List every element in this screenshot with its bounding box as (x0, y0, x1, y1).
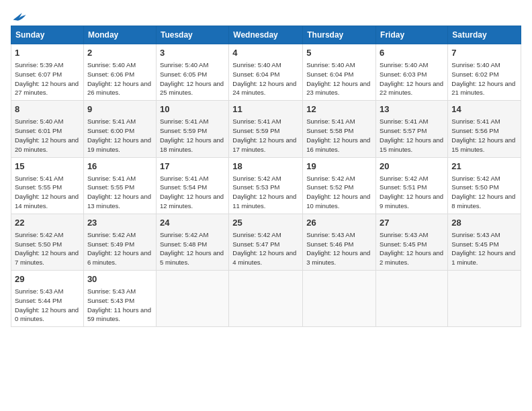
day-info: Sunrise: 5:42 AMSunset: 5:51 PMDaylight:… (380, 174, 444, 211)
calendar-cell (448, 271, 521, 327)
calendar-cell: 29Sunrise: 5:43 AMSunset: 5:44 PMDayligh… (11, 271, 84, 327)
calendar-cell: 19Sunrise: 5:42 AMSunset: 5:52 PMDayligh… (303, 157, 376, 214)
calendar-cell: 14Sunrise: 5:41 AMSunset: 5:56 PMDayligh… (448, 101, 521, 157)
calendar-cell: 23Sunrise: 5:42 AMSunset: 5:49 PMDayligh… (83, 214, 156, 270)
calendar-cell: 8Sunrise: 5:40 AMSunset: 6:01 PMDaylight… (11, 101, 84, 157)
day-info: Sunrise: 5:41 AMSunset: 5:58 PMDaylight:… (306, 117, 372, 154)
calendar-cell: 24Sunrise: 5:42 AMSunset: 5:48 PMDayligh… (156, 214, 228, 270)
day-info: Sunrise: 5:43 AMSunset: 5:46 PMDaylight:… (306, 230, 372, 267)
weekday-header-wednesday: Wednesday (229, 26, 303, 44)
day-number: 28 (451, 217, 517, 229)
day-number: 12 (306, 103, 372, 116)
calendar-table: SundayMondayTuesdayWednesdayThursdayFrid… (11, 26, 521, 327)
day-number: 29 (15, 273, 80, 285)
day-info: Sunrise: 5:41 AMSunset: 5:57 PMDaylight:… (380, 117, 444, 154)
day-number: 15 (15, 161, 80, 173)
day-info: Sunrise: 5:39 AMSunset: 6:07 PMDaylight:… (15, 60, 80, 97)
calendar-cell: 10Sunrise: 5:41 AMSunset: 5:59 PMDayligh… (156, 101, 228, 157)
day-number: 17 (160, 161, 225, 173)
calendar-cell: 20Sunrise: 5:42 AMSunset: 5:51 PMDayligh… (376, 157, 448, 214)
day-info: Sunrise: 5:43 AMSunset: 5:44 PMDaylight:… (15, 287, 80, 324)
day-info: Sunrise: 5:41 AMSunset: 5:56 PMDaylight:… (451, 117, 517, 154)
calendar-cell: 16Sunrise: 5:41 AMSunset: 5:55 PMDayligh… (83, 157, 156, 214)
day-info: Sunrise: 5:41 AMSunset: 5:54 PMDaylight:… (160, 174, 225, 211)
day-number: 4 (232, 47, 299, 59)
day-number: 23 (87, 217, 152, 229)
calendar-week-row: 1Sunrise: 5:39 AMSunset: 6:07 PMDaylight… (11, 44, 521, 101)
day-info: Sunrise: 5:40 AMSunset: 6:03 PMDaylight:… (380, 60, 444, 97)
weekday-header-saturday: Saturday (448, 26, 521, 44)
calendar-week-row: 22Sunrise: 5:42 AMSunset: 5:50 PMDayligh… (11, 214, 521, 270)
calendar-cell: 5Sunrise: 5:40 AMSunset: 6:04 PMDaylight… (303, 44, 376, 101)
day-info: Sunrise: 5:43 AMSunset: 5:43 PMDaylight:… (87, 287, 152, 324)
calendar-cell (229, 271, 303, 327)
calendar-cell (156, 271, 228, 327)
weekday-header-monday: Monday (83, 26, 156, 44)
day-info: Sunrise: 5:41 AMSunset: 5:59 PMDaylight:… (232, 117, 299, 154)
day-info: Sunrise: 5:40 AMSunset: 6:02 PMDaylight:… (451, 60, 517, 97)
day-info: Sunrise: 5:41 AMSunset: 6:00 PMDaylight:… (87, 117, 152, 154)
calendar-cell: 27Sunrise: 5:43 AMSunset: 5:45 PMDayligh… (376, 214, 448, 270)
calendar-cell: 30Sunrise: 5:43 AMSunset: 5:43 PMDayligh… (83, 271, 156, 327)
calendar-week-row: 15Sunrise: 5:41 AMSunset: 5:55 PMDayligh… (11, 157, 521, 214)
calendar-cell: 11Sunrise: 5:41 AMSunset: 5:59 PMDayligh… (229, 101, 303, 157)
day-info: Sunrise: 5:40 AMSunset: 6:04 PMDaylight:… (232, 60, 299, 97)
calendar-header-row: SundayMondayTuesdayWednesdayThursdayFrid… (11, 26, 521, 44)
day-info: Sunrise: 5:43 AMSunset: 5:45 PMDaylight:… (451, 230, 517, 267)
calendar-cell: 15Sunrise: 5:41 AMSunset: 5:55 PMDayligh… (11, 157, 84, 214)
day-number: 18 (232, 161, 299, 173)
day-number: 11 (232, 103, 299, 116)
day-number: 22 (15, 217, 80, 229)
day-number: 25 (232, 217, 299, 229)
day-info: Sunrise: 5:40 AMSunset: 6:01 PMDaylight:… (15, 117, 80, 154)
day-info: Sunrise: 5:40 AMSunset: 6:04 PMDaylight:… (306, 60, 372, 97)
calendar-cell (376, 271, 448, 327)
day-number: 1 (15, 47, 80, 59)
day-info: Sunrise: 5:41 AMSunset: 5:55 PMDaylight:… (87, 174, 152, 211)
calendar-cell: 12Sunrise: 5:41 AMSunset: 5:58 PMDayligh… (303, 101, 376, 157)
day-info: Sunrise: 5:42 AMSunset: 5:48 PMDaylight:… (160, 230, 225, 267)
logo-container (11, 11, 27, 23)
calendar-week-row: 8Sunrise: 5:40 AMSunset: 6:01 PMDaylight… (11, 101, 521, 157)
calendar-cell: 28Sunrise: 5:43 AMSunset: 5:45 PMDayligh… (448, 214, 521, 270)
day-info: Sunrise: 5:42 AMSunset: 5:49 PMDaylight:… (87, 230, 152, 267)
day-number: 26 (306, 217, 372, 229)
calendar-cell: 17Sunrise: 5:41 AMSunset: 5:54 PMDayligh… (156, 157, 228, 214)
logo-bird-icon (12, 11, 27, 23)
calendar-cell: 2Sunrise: 5:40 AMSunset: 6:06 PMDaylight… (83, 44, 156, 101)
calendar-cell: 26Sunrise: 5:43 AMSunset: 5:46 PMDayligh… (303, 214, 376, 270)
day-info: Sunrise: 5:42 AMSunset: 5:52 PMDaylight:… (306, 174, 372, 211)
day-info: Sunrise: 5:40 AMSunset: 6:06 PMDaylight:… (87, 60, 152, 97)
day-info: Sunrise: 5:41 AMSunset: 5:59 PMDaylight:… (160, 117, 225, 154)
calendar-cell: 13Sunrise: 5:41 AMSunset: 5:57 PMDayligh… (376, 101, 448, 157)
calendar-cell: 9Sunrise: 5:41 AMSunset: 6:00 PMDaylight… (83, 101, 156, 157)
calendar-cell: 4Sunrise: 5:40 AMSunset: 6:04 PMDaylight… (229, 44, 303, 101)
weekday-header-sunday: Sunday (11, 26, 84, 44)
day-info: Sunrise: 5:41 AMSunset: 5:55 PMDaylight:… (15, 174, 80, 211)
calendar-cell (303, 271, 376, 327)
calendar-cell: 6Sunrise: 5:40 AMSunset: 6:03 PMDaylight… (376, 44, 448, 101)
day-number: 8 (15, 103, 80, 116)
calendar-cell: 21Sunrise: 5:42 AMSunset: 5:50 PMDayligh… (448, 157, 521, 214)
day-number: 19 (306, 161, 372, 173)
day-number: 13 (380, 103, 444, 116)
day-number: 24 (160, 217, 225, 229)
day-info: Sunrise: 5:42 AMSunset: 5:53 PMDaylight:… (232, 174, 299, 211)
day-number: 21 (451, 161, 517, 173)
day-number: 10 (160, 103, 225, 116)
day-info: Sunrise: 5:42 AMSunset: 5:47 PMDaylight:… (232, 230, 299, 267)
day-number: 5 (306, 47, 372, 59)
calendar-cell: 1Sunrise: 5:39 AMSunset: 6:07 PMDaylight… (11, 44, 84, 101)
day-number: 6 (380, 47, 444, 59)
day-number: 16 (87, 161, 152, 173)
calendar-cell: 3Sunrise: 5:40 AMSunset: 6:05 PMDaylight… (156, 44, 228, 101)
day-number: 3 (160, 47, 225, 59)
day-info: Sunrise: 5:42 AMSunset: 5:50 PMDaylight:… (15, 230, 80, 267)
day-number: 27 (380, 217, 444, 229)
calendar-cell: 18Sunrise: 5:42 AMSunset: 5:53 PMDayligh… (229, 157, 303, 214)
calendar-cell: 22Sunrise: 5:42 AMSunset: 5:50 PMDayligh… (11, 214, 84, 270)
calendar-week-row: 29Sunrise: 5:43 AMSunset: 5:44 PMDayligh… (11, 271, 521, 327)
day-number: 9 (87, 103, 152, 116)
day-info: Sunrise: 5:43 AMSunset: 5:45 PMDaylight:… (380, 230, 444, 267)
day-number: 20 (380, 161, 444, 173)
